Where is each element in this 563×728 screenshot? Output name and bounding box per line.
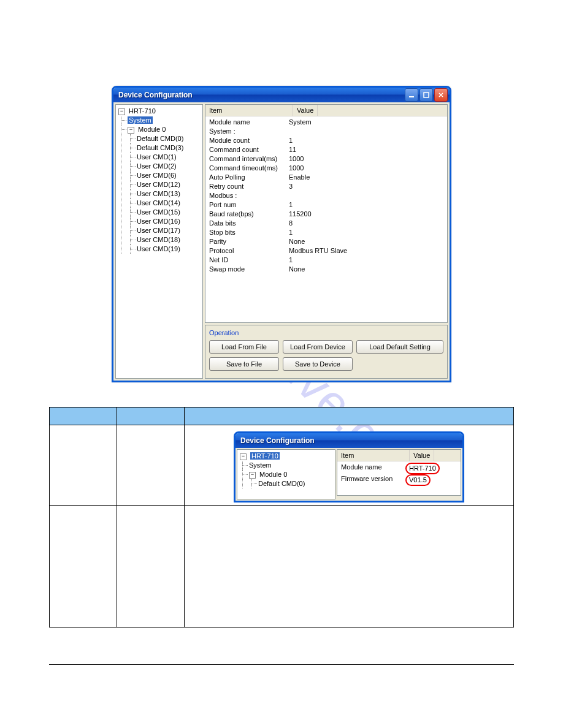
tree-item[interactable]: Default CMD(0) (258, 480, 305, 487)
window-title: Device Configuration (118, 91, 405, 99)
svg-rect-0 (409, 96, 414, 97)
info-key: Parity (209, 237, 289, 246)
tree-item[interactable]: User CMD(18) (137, 236, 180, 243)
load-from-device-button[interactable]: Load From Device (283, 340, 353, 354)
operation-panel: Operation Load From File Load From Devic… (205, 325, 448, 379)
info-key: Port num (209, 200, 289, 210)
column-header-value: Value (410, 450, 434, 461)
tree-item-module[interactable]: Module 0 (259, 471, 287, 478)
titlebar[interactable]: Device Configuration (236, 433, 462, 448)
info-key: Modbus : (209, 191, 289, 200)
info-key: Stop bits (209, 228, 289, 237)
info-value: 1000 (289, 164, 304, 173)
info-value: 11 (289, 145, 296, 154)
tree-root[interactable]: HRT-710 (250, 452, 280, 460)
save-to-device-button[interactable]: Save to Device (283, 357, 353, 371)
device-config-window: Device Configuration − HRT-710 (112, 86, 451, 382)
tree-item[interactable]: User CMD(12) (137, 181, 180, 188)
column-header-value: Value (293, 105, 318, 116)
tree-item-module[interactable]: Module 0 (138, 126, 166, 133)
info-key: Module name (341, 463, 405, 474)
minimize-button[interactable] (405, 88, 418, 102)
tree-item[interactable]: Default CMD(3) (137, 144, 183, 151)
info-key: Command interval(ms) (209, 154, 289, 164)
info-value: Modbus RTU Slave (289, 246, 347, 256)
footer-divider (49, 664, 514, 665)
info-value: 1 (289, 200, 293, 210)
info-key: Module name (209, 118, 289, 127)
tree-item[interactable]: User CMD(19) (137, 245, 180, 252)
collapse-icon[interactable]: − (249, 472, 256, 479)
tree-item[interactable]: User CMD(14) (137, 199, 180, 207)
tree-item[interactable]: User CMD(6) (137, 172, 177, 179)
tree-item[interactable]: User CMD(2) (137, 162, 177, 170)
load-from-file-button[interactable]: Load From File (209, 340, 279, 354)
highlighted-value: HRT-710 (405, 463, 440, 474)
tree-item-system[interactable]: System (128, 116, 153, 124)
tree-item[interactable]: User CMD(13) (137, 190, 180, 197)
save-to-file-button[interactable]: Save to File (209, 357, 279, 371)
info-key: Protocol (209, 246, 289, 256)
tree-root[interactable]: HRT-710 (129, 107, 156, 115)
tree-item[interactable]: User CMD(16) (137, 218, 180, 225)
maximize-button[interactable] (419, 88, 433, 102)
info-value: 1000 (289, 154, 304, 164)
info-value: 8 (289, 219, 293, 228)
window-title: Device Configuration (240, 436, 461, 445)
info-value: None (289, 237, 305, 246)
column-header-item: Item (205, 105, 293, 116)
info-key: Command count (209, 145, 289, 154)
column-header-item: Item (337, 450, 410, 461)
info-key: Firmware version (341, 474, 405, 486)
svg-rect-1 (424, 93, 429, 97)
tree-item[interactable]: User CMD(15) (137, 208, 180, 216)
info-value: 1 (289, 228, 293, 237)
tree-item[interactable]: Default CMD(0) (137, 135, 183, 142)
info-value: 115200 (289, 210, 312, 219)
info-value: 1 (289, 136, 293, 145)
close-button[interactable] (434, 88, 448, 102)
device-tree[interactable]: − HRT-710 System − Module 0 Default CMD(… (115, 104, 203, 379)
info-value: 1 (289, 256, 293, 265)
operation-title: Operation (209, 329, 443, 336)
device-tree[interactable]: − HRT-710 System − Module 0 Default CMD(… (237, 449, 335, 499)
info-panel: Item Value Module nameSystemSystem :Modu… (205, 104, 448, 323)
load-default-button[interactable]: Load Default Setting (356, 340, 443, 354)
info-key: Auto Polling (209, 173, 289, 182)
highlighted-value: V01.5 (405, 474, 431, 486)
info-value: 3 (289, 182, 293, 191)
info-key: Baud rate(bps) (209, 210, 289, 219)
titlebar[interactable]: Device Configuration (113, 88, 450, 102)
info-key: Module count (209, 136, 289, 145)
collapse-icon[interactable]: − (118, 108, 125, 115)
info-key: Command timeout(ms) (209, 164, 289, 173)
device-config-mini-window: Device Configuration − HRT-710 System (234, 431, 464, 502)
info-key: Net ID (209, 256, 289, 265)
tree-item[interactable]: User CMD(17) (137, 227, 180, 234)
info-key: Swap mode (209, 265, 289, 274)
collapse-icon[interactable]: − (128, 127, 134, 134)
info-value: None (289, 265, 305, 274)
info-key: Data bits (209, 219, 289, 228)
collapse-icon[interactable]: − (240, 453, 247, 460)
tree-item[interactable]: User CMD(1) (137, 153, 177, 161)
info-key: Retry count (209, 182, 289, 191)
doc-table: Device Configuration − HRT-710 System (49, 407, 514, 628)
info-value: Enable (289, 173, 310, 182)
info-value: System (289, 118, 312, 127)
info-key: System : (209, 127, 289, 136)
info-panel: Item Value Module name HRT-710 Firmware … (337, 449, 461, 496)
tree-item-system[interactable]: System (249, 461, 272, 469)
